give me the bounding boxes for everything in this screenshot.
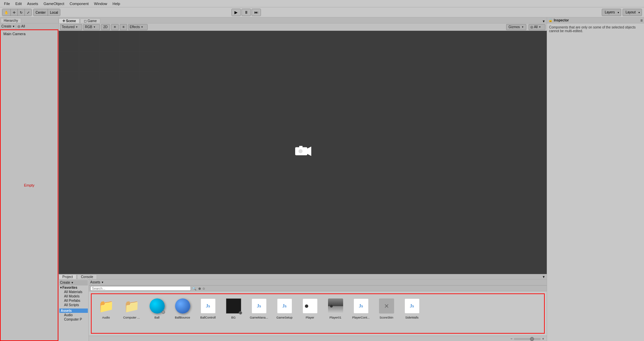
camera-icon (294, 145, 311, 160)
hierarchy-create-bar: Create ▾ ◎ All (0, 23, 58, 29)
scale-tool-btn[interactable]: ⤢ (25, 9, 32, 16)
slider-track[interactable] (514, 338, 541, 340)
zoom-plus[interactable]: + (542, 337, 544, 341)
asset-playercont[interactable]: Js PlayerCont... (349, 297, 373, 330)
all-prefabs-item[interactable]: All Prefabs (59, 298, 88, 303)
menu-assets[interactable]: Assets (24, 1, 41, 6)
asset-ballbounce[interactable]: BallBounce (171, 297, 194, 330)
scene-toolbar: Textured▼ RGB▼ 2D ☀ ✳ Effects▼ Gizmos▼ ◎… (59, 23, 547, 31)
viewport-grid (59, 31, 159, 81)
asset-gamemana[interactable]: Js GameMana... (247, 297, 271, 330)
asset-sidewalls[interactable]: Js SideWalls (400, 297, 424, 330)
effects-select[interactable]: Effects▼ (128, 24, 148, 30)
svg-rect-0 (59, 31, 159, 81)
zoom-slider[interactable]: − + (511, 337, 544, 341)
scene-collapse-btn[interactable]: ▼ (542, 19, 545, 23)
layout-dropdown[interactable]: Layout (623, 9, 642, 16)
pause-button[interactable]: ⏸ (241, 9, 251, 16)
asset-player[interactable]: Player (298, 297, 322, 330)
pivot-local-btn[interactable]: Local (48, 9, 60, 16)
pivot-center-btn[interactable]: Center (34, 9, 48, 16)
step-button[interactable]: ⏭ (252, 9, 261, 16)
gizmos-btn[interactable]: Gizmos▼ (506, 24, 526, 30)
hierarchy-content[interactable]: Main Camera Empty (0, 29, 58, 341)
bottom-collapse-btn[interactable]: ▼ (542, 275, 545, 279)
main-camera-item[interactable]: Main Camera (2, 31, 56, 36)
bottom-content: Create ▾ ▾ Favorites All Materials All M… (59, 279, 547, 341)
transform-tools-group: ✋ ✛ ↻ ⤢ (2, 9, 32, 16)
move-tool-btn[interactable]: ✛ (11, 9, 18, 16)
main-layout: Hierarchy Create ▾ ◎ All Main Camera Emp… (0, 17, 644, 341)
slider-thumb[interactable] (530, 337, 534, 341)
asset-bg[interactable]: BG (222, 297, 245, 330)
all-objects-select[interactable]: ◎ All▼ (529, 24, 545, 30)
game-tab[interactable]: ◻ Game (80, 18, 100, 23)
gamesetup-icon: Js (275, 297, 294, 315)
assets-grid: 📁 Audio 📁 Computer ... (91, 293, 545, 334)
bg-icon (224, 297, 243, 315)
play-controls: ▶ ⏸ ⏭ (231, 9, 261, 16)
all-scripts-item[interactable]: All Scripts (59, 303, 88, 307)
hierarchy-tab[interactable]: Hierarchy (1, 18, 21, 23)
search-options[interactable]: ⊕ (198, 287, 201, 290)
bottom-tabs-container: Project Console (59, 274, 98, 279)
menu-edit[interactable]: Edit (13, 1, 24, 6)
search-icon: 🔍 (192, 287, 196, 290)
lighting-btn[interactable]: ☀ (111, 24, 119, 30)
scene-tab[interactable]: ✛ Scene (59, 18, 79, 23)
assets-header: Assets ▾ (89, 279, 547, 285)
rotate-tool-btn[interactable]: ↻ (18, 9, 25, 16)
search-filter[interactable]: ☆ (202, 287, 205, 290)
hierarchy-panel: Hierarchy Create ▾ ◎ All Main Camera Emp… (0, 17, 59, 341)
project-tab[interactable]: Project (59, 274, 76, 279)
favorites-header[interactable]: ▾ Favorites (59, 285, 88, 290)
menu-file[interactable]: File (1, 1, 13, 6)
asset-ballcontroll[interactable]: Js BallControll (196, 297, 220, 330)
bottom-tabs-search: ▼ (542, 275, 547, 279)
zoom-minus[interactable]: − (511, 337, 513, 341)
scene-viewport[interactable] (59, 31, 547, 274)
player-label: Player (306, 316, 314, 319)
inspector-pin[interactable]: ≡ (640, 18, 643, 23)
asset-scoreskin[interactable]: ✕ ScoreSkin (375, 297, 398, 330)
project-create-btn[interactable]: Create (60, 281, 70, 284)
svg-marker-5 (307, 147, 311, 156)
menu-component[interactable]: Component (67, 1, 91, 6)
bottom-search: 🔍 ⊕ ☆ (89, 285, 547, 291)
asset-computer[interactable]: 📁 Computer ... (120, 297, 143, 330)
bottom-tab-bar: Project Console ▼ (59, 274, 547, 279)
audio-subfolder[interactable]: Audio (59, 313, 88, 317)
computer-folder-icon: 📁 (122, 297, 141, 315)
hand-tool-btn[interactable]: ✋ (2, 9, 11, 16)
asset-ball[interactable]: Ball (145, 297, 169, 330)
layers-dropdown[interactable]: Layers (602, 9, 621, 16)
menu-help[interactable]: Help (110, 1, 123, 6)
asset-gamesetup[interactable]: Js GameSetup (273, 297, 296, 330)
play-button[interactable]: ▶ (231, 9, 241, 16)
scene-game-tabs: ✛ Scene ◻ Game ▼ (59, 17, 547, 23)
menu-window[interactable]: Window (91, 1, 110, 6)
assets-folder[interactable]: Assets (59, 309, 88, 313)
all-materials-item[interactable]: All Materials (59, 290, 88, 294)
favorites-arrow: ▾ (60, 286, 62, 289)
computer-p-subfolder[interactable]: Computer P (59, 317, 88, 322)
svg-rect-4 (299, 146, 303, 148)
project-create-arrow: ▾ (71, 281, 73, 284)
hierarchy-create-btn[interactable]: Create (1, 24, 11, 28)
toolbar: ✋ ✛ ↻ ⤢ Center Local ▶ ⏸ ⏭ Layers Layout (0, 7, 644, 17)
fx-btn[interactable]: ✳ (120, 24, 127, 30)
game-tab-label: Game (88, 19, 97, 23)
search-input[interactable] (90, 286, 191, 291)
console-tab[interactable]: Console (77, 274, 97, 279)
menu-gameobject[interactable]: GameObject (41, 1, 67, 6)
bottom-section: Project Console ▼ Create ▾ ▾ (59, 274, 547, 341)
rgb-select[interactable]: RGB▼ (83, 24, 100, 30)
asset-player01[interactable]: Player01 (324, 297, 347, 330)
asset-audio[interactable]: 📁 Audio (94, 297, 118, 330)
gamesetup-label: GameSetup (276, 316, 292, 319)
scrollbar-area: − + (89, 336, 547, 341)
textured-select[interactable]: Textured▼ (60, 24, 82, 30)
all-models-item[interactable]: All Models (59, 294, 88, 298)
2d-btn[interactable]: 2D (101, 24, 110, 30)
assets-arrow: ▾ (102, 280, 103, 284)
